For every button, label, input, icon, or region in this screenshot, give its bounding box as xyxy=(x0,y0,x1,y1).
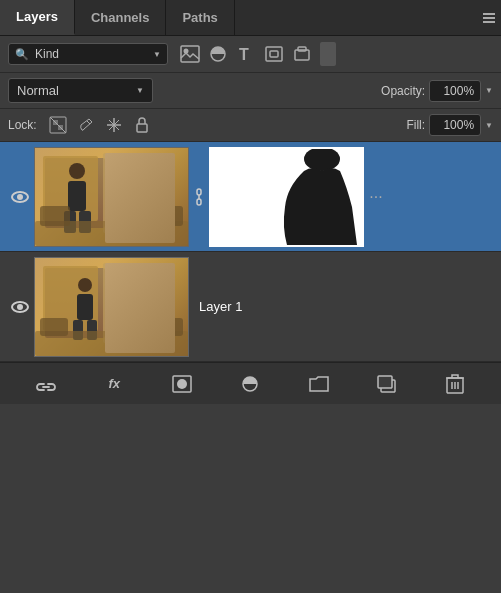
link-layers-button[interactable] xyxy=(31,370,61,398)
fill-group: Fill: 100% ▼ xyxy=(406,114,493,136)
svg-rect-38 xyxy=(378,376,392,388)
blend-row: Normal ▼ Opacity: 100% ▼ xyxy=(0,73,501,109)
filter-smart-button[interactable] xyxy=(290,42,314,66)
svg-rect-14 xyxy=(58,125,63,130)
photo-preview-0 xyxy=(35,148,188,246)
svg-point-35 xyxy=(177,379,187,389)
kind-label: Kind xyxy=(35,47,153,61)
fx-button[interactable]: fx xyxy=(99,370,129,398)
svg-rect-10 xyxy=(298,47,306,51)
lock-position-button[interactable] xyxy=(103,114,125,136)
mask-silhouette-icon xyxy=(267,147,357,245)
svg-rect-26 xyxy=(197,199,201,205)
svg-point-28 xyxy=(304,147,340,171)
filter-toggle[interactable] xyxy=(320,42,336,66)
opacity-arrow-icon[interactable]: ▼ xyxy=(485,86,493,95)
svg-rect-30 xyxy=(77,294,93,320)
bottom-toolbar: fx xyxy=(0,362,501,404)
layer-visibility-button-0[interactable] xyxy=(6,191,34,203)
svg-rect-8 xyxy=(270,51,278,57)
fill-arrow-icon[interactable]: ▼ xyxy=(485,121,493,130)
tab-layers[interactable]: Layers xyxy=(0,0,75,35)
opacity-group: Opacity: 100% ▼ xyxy=(381,80,493,102)
new-folder-button[interactable] xyxy=(304,370,334,398)
kind-arrow-icon: ▼ xyxy=(153,50,161,59)
layer-mask-thumbnail-0[interactable] xyxy=(209,147,364,247)
fill-input[interactable]: 100% xyxy=(429,114,481,136)
blend-mode-dropdown[interactable]: Normal ▼ xyxy=(8,78,153,103)
svg-rect-2 xyxy=(483,21,495,23)
fx-label: fx xyxy=(108,376,120,391)
kind-row: 🔍 Kind ▼ T xyxy=(0,36,501,73)
add-mask-button[interactable] xyxy=(167,370,197,398)
eye-icon-0 xyxy=(11,191,29,203)
svg-rect-7 xyxy=(266,47,282,61)
svg-rect-25 xyxy=(197,189,201,195)
layer-visibility-button-1[interactable] xyxy=(6,301,34,313)
photo-preview-1 xyxy=(35,258,188,356)
opacity-label: Opacity: xyxy=(381,84,425,98)
delete-layer-button[interactable] xyxy=(440,370,470,398)
chain-icon-0 xyxy=(192,188,206,206)
layer-item-1[interactable]: Layer 1 xyxy=(0,252,501,362)
filter-image-button[interactable] xyxy=(178,42,202,66)
layer-item-masked[interactable]: ··· xyxy=(0,142,501,252)
svg-rect-0 xyxy=(483,13,495,15)
blend-mode-arrow-icon: ▼ xyxy=(136,86,144,95)
layers-list: ··· Layer 1 xyxy=(0,142,501,362)
add-adjustment-button[interactable] xyxy=(235,370,265,398)
svg-rect-13 xyxy=(53,120,58,125)
tab-channels[interactable]: Channels xyxy=(75,0,167,35)
eye-icon-1 xyxy=(11,301,29,313)
tab-bar: Layers Channels Paths xyxy=(0,0,501,36)
panel-menu-button[interactable] xyxy=(481,10,497,26)
lock-all-button[interactable] xyxy=(131,114,153,136)
filter-icons: T xyxy=(178,42,336,66)
lock-row: Lock: Fill: 100% xyxy=(0,109,501,142)
svg-rect-22 xyxy=(68,181,86,211)
new-layer-button[interactable] xyxy=(372,370,402,398)
layer-options-button-0[interactable]: ··· xyxy=(364,185,388,209)
svg-rect-3 xyxy=(181,46,199,62)
svg-text:T: T xyxy=(239,46,249,63)
layer-link-icon-0 xyxy=(189,188,209,206)
filter-adjustment-button[interactable] xyxy=(206,42,230,66)
fill-label: Fill: xyxy=(406,118,425,132)
filter-text-button[interactable]: T xyxy=(234,42,258,66)
search-icon: 🔍 xyxy=(15,48,29,61)
layer-photo-thumbnail-0[interactable] xyxy=(34,147,189,247)
layer-name-1: Layer 1 xyxy=(189,299,495,314)
svg-rect-20 xyxy=(137,124,147,132)
svg-line-15 xyxy=(87,121,90,124)
lock-transparent-button[interactable] xyxy=(47,114,69,136)
svg-rect-1 xyxy=(483,17,495,19)
kind-dropdown[interactable]: 🔍 Kind ▼ xyxy=(8,43,168,65)
lock-paint-button[interactable] xyxy=(75,114,97,136)
opacity-input[interactable]: 100% xyxy=(429,80,481,102)
svg-point-29 xyxy=(78,278,92,292)
lock-label: Lock: xyxy=(8,118,37,132)
filter-shape-button[interactable] xyxy=(262,42,286,66)
tab-paths[interactable]: Paths xyxy=(166,0,234,35)
svg-point-21 xyxy=(69,163,85,179)
blend-mode-label: Normal xyxy=(17,83,136,98)
layer-photo-thumbnail-1[interactable] xyxy=(34,257,189,357)
